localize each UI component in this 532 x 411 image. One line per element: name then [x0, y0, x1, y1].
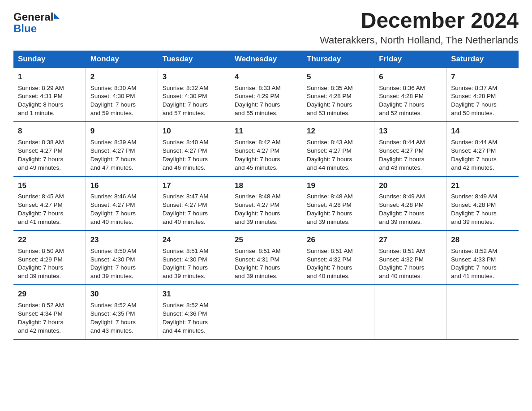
page-header: General Blue December 2024 Waterakkers, … [13, 9, 519, 46]
day-info: Sunrise: 8:51 AMSunset: 4:32 PMDaylight:… [379, 247, 442, 281]
logo: General Blue [13, 11, 60, 35]
calendar-cell: 20Sunrise: 8:49 AMSunset: 4:28 PMDayligh… [374, 176, 446, 231]
calendar-cell: 5Sunrise: 8:35 AMSunset: 4:28 PMDaylight… [302, 68, 374, 122]
calendar-week-row: 15Sunrise: 8:45 AMSunset: 4:27 PMDayligh… [13, 176, 519, 231]
calendar-cell: 21Sunrise: 8:49 AMSunset: 4:28 PMDayligh… [446, 176, 519, 231]
calendar-cell: 27Sunrise: 8:51 AMSunset: 4:32 PMDayligh… [374, 231, 446, 285]
logo-blue-text: Blue [13, 23, 60, 34]
day-info: Sunrise: 8:32 AMSunset: 4:30 PMDaylight:… [163, 84, 225, 118]
day-number: 15 [18, 180, 81, 191]
calendar-day-header: Thursday [302, 51, 374, 68]
calendar-cell: 1Sunrise: 8:29 AMSunset: 4:31 PMDaylight… [13, 68, 86, 122]
day-number: 26 [307, 235, 369, 245]
day-info: Sunrise: 8:49 AMSunset: 4:28 PMDaylight:… [451, 193, 514, 227]
calendar-cell: 25Sunrise: 8:51 AMSunset: 4:31 PMDayligh… [230, 231, 302, 285]
day-number: 11 [235, 126, 297, 137]
day-number: 25 [235, 235, 297, 245]
day-info: Sunrise: 8:42 AMSunset: 4:27 PMDaylight:… [235, 138, 297, 172]
calendar-week-row: 8Sunrise: 8:38 AMSunset: 4:27 PMDaylight… [13, 122, 519, 176]
day-number: 13 [379, 126, 442, 137]
day-info: Sunrise: 8:52 AMSunset: 4:35 PMDaylight:… [90, 301, 153, 335]
day-info: Sunrise: 8:37 AMSunset: 4:28 PMDaylight:… [451, 84, 514, 118]
day-info: Sunrise: 8:48 AMSunset: 4:27 PMDaylight:… [235, 193, 297, 227]
logo-general-text: General [13, 11, 53, 23]
day-info: Sunrise: 8:45 AMSunset: 4:27 PMDaylight:… [18, 193, 81, 227]
day-number: 7 [451, 72, 514, 82]
day-info: Sunrise: 8:47 AMSunset: 4:27 PMDaylight:… [163, 193, 225, 227]
calendar-cell: 13Sunrise: 8:44 AMSunset: 4:27 PMDayligh… [374, 122, 446, 176]
day-info: Sunrise: 8:39 AMSunset: 4:27 PMDaylight:… [90, 138, 153, 172]
day-info: Sunrise: 8:40 AMSunset: 4:27 PMDaylight:… [163, 138, 225, 172]
calendar-day-header: Wednesday [230, 51, 302, 68]
day-number: 17 [163, 180, 225, 191]
calendar-week-row: 29Sunrise: 8:52 AMSunset: 4:34 PMDayligh… [13, 285, 519, 339]
calendar-cell: 14Sunrise: 8:44 AMSunset: 4:27 PMDayligh… [446, 122, 519, 176]
calendar-day-header: Friday [374, 51, 446, 68]
calendar-day-header: Monday [86, 51, 158, 68]
day-info: Sunrise: 8:51 AMSunset: 4:31 PMDaylight:… [235, 247, 297, 281]
day-number: 4 [235, 72, 297, 82]
day-number: 2 [90, 72, 153, 82]
calendar-cell [374, 285, 446, 339]
day-info: Sunrise: 8:38 AMSunset: 4:27 PMDaylight:… [18, 138, 81, 172]
calendar-cell: 8Sunrise: 8:38 AMSunset: 4:27 PMDaylight… [13, 122, 86, 176]
day-info: Sunrise: 8:44 AMSunset: 4:27 PMDaylight:… [379, 138, 442, 172]
day-number: 14 [451, 126, 514, 137]
calendar-day-header: Saturday [446, 51, 519, 68]
day-info: Sunrise: 8:46 AMSunset: 4:27 PMDaylight:… [90, 193, 153, 227]
day-info: Sunrise: 8:52 AMSunset: 4:33 PMDaylight:… [451, 247, 514, 281]
calendar-cell: 23Sunrise: 8:50 AMSunset: 4:30 PMDayligh… [86, 231, 158, 285]
calendar-cell: 29Sunrise: 8:52 AMSunset: 4:34 PMDayligh… [13, 285, 86, 339]
calendar-cell: 28Sunrise: 8:52 AMSunset: 4:33 PMDayligh… [446, 231, 519, 285]
subtitle: Waterakkers, North Holland, The Netherla… [320, 34, 519, 46]
calendar-table: SundayMondayTuesdayWednesdayThursdayFrid… [13, 51, 519, 340]
main-title: December 2024 [320, 9, 519, 33]
day-number: 30 [90, 289, 153, 300]
day-number: 16 [90, 180, 153, 191]
day-info: Sunrise: 8:43 AMSunset: 4:27 PMDaylight:… [307, 138, 369, 172]
day-number: 28 [451, 235, 514, 245]
calendar-cell: 6Sunrise: 8:36 AMSunset: 4:28 PMDaylight… [374, 68, 446, 122]
calendar-cell: 2Sunrise: 8:30 AMSunset: 4:30 PMDaylight… [86, 68, 158, 122]
day-number: 23 [90, 235, 153, 245]
calendar-cell: 4Sunrise: 8:33 AMSunset: 4:29 PMDaylight… [230, 68, 302, 122]
day-number: 1 [18, 72, 81, 82]
calendar-cell: 30Sunrise: 8:52 AMSunset: 4:35 PMDayligh… [86, 285, 158, 339]
day-number: 6 [379, 72, 442, 82]
day-number: 19 [307, 180, 369, 191]
day-info: Sunrise: 8:51 AMSunset: 4:30 PMDaylight:… [163, 247, 225, 281]
calendar-cell: 22Sunrise: 8:50 AMSunset: 4:29 PMDayligh… [13, 231, 86, 285]
calendar-cell: 12Sunrise: 8:43 AMSunset: 4:27 PMDayligh… [302, 122, 374, 176]
logo-triangle-icon [54, 13, 60, 19]
day-info: Sunrise: 8:50 AMSunset: 4:30 PMDaylight:… [90, 247, 153, 281]
calendar-week-row: 1Sunrise: 8:29 AMSunset: 4:31 PMDaylight… [13, 68, 519, 122]
day-number: 10 [163, 126, 225, 137]
calendar-cell: 3Sunrise: 8:32 AMSunset: 4:30 PMDaylight… [158, 68, 230, 122]
day-number: 21 [451, 180, 514, 191]
calendar-cell: 31Sunrise: 8:52 AMSunset: 4:36 PMDayligh… [158, 285, 230, 339]
calendar-cell: 17Sunrise: 8:47 AMSunset: 4:27 PMDayligh… [158, 176, 230, 231]
calendar-cell: 9Sunrise: 8:39 AMSunset: 4:27 PMDaylight… [86, 122, 158, 176]
calendar-cell: 24Sunrise: 8:51 AMSunset: 4:30 PMDayligh… [158, 231, 230, 285]
day-info: Sunrise: 8:52 AMSunset: 4:36 PMDaylight:… [163, 301, 225, 335]
day-info: Sunrise: 8:35 AMSunset: 4:28 PMDaylight:… [307, 84, 369, 118]
day-number: 18 [235, 180, 297, 191]
calendar-cell: 7Sunrise: 8:37 AMSunset: 4:28 PMDaylight… [446, 68, 519, 122]
calendar-day-header: Tuesday [158, 51, 230, 68]
day-number: 9 [90, 126, 153, 137]
calendar-cell [230, 285, 302, 339]
calendar-cell: 15Sunrise: 8:45 AMSunset: 4:27 PMDayligh… [13, 176, 86, 231]
day-info: Sunrise: 8:48 AMSunset: 4:28 PMDaylight:… [307, 193, 369, 227]
calendar-cell: 26Sunrise: 8:51 AMSunset: 4:32 PMDayligh… [302, 231, 374, 285]
day-number: 24 [163, 235, 225, 245]
day-info: Sunrise: 8:29 AMSunset: 4:31 PMDaylight:… [18, 84, 81, 118]
day-info: Sunrise: 8:30 AMSunset: 4:30 PMDaylight:… [90, 84, 153, 118]
day-number: 3 [163, 72, 225, 82]
day-info: Sunrise: 8:52 AMSunset: 4:34 PMDaylight:… [18, 301, 81, 335]
title-area: December 2024 Waterakkers, North Holland… [320, 9, 519, 46]
calendar-cell: 16Sunrise: 8:46 AMSunset: 4:27 PMDayligh… [86, 176, 158, 231]
day-info: Sunrise: 8:44 AMSunset: 4:27 PMDaylight:… [451, 138, 514, 172]
day-info: Sunrise: 8:49 AMSunset: 4:28 PMDaylight:… [379, 193, 442, 227]
day-number: 31 [163, 289, 225, 300]
calendar-week-row: 22Sunrise: 8:50 AMSunset: 4:29 PMDayligh… [13, 231, 519, 285]
